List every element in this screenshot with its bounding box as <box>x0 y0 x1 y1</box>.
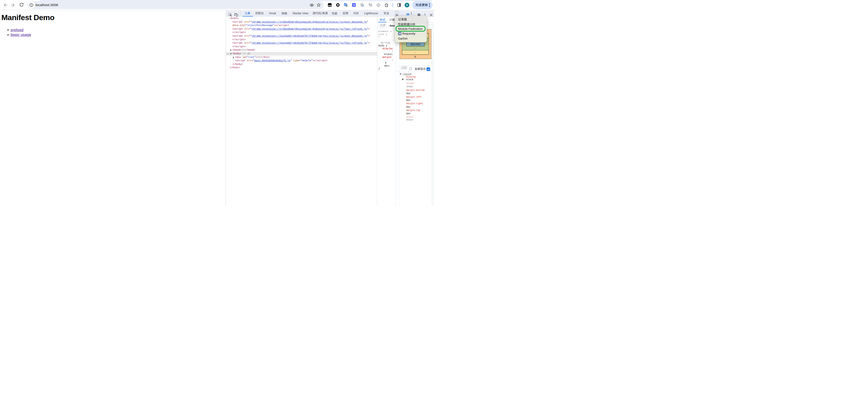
svg-text:R: R <box>370 3 372 7</box>
svg-text:G: G <box>344 3 346 6</box>
